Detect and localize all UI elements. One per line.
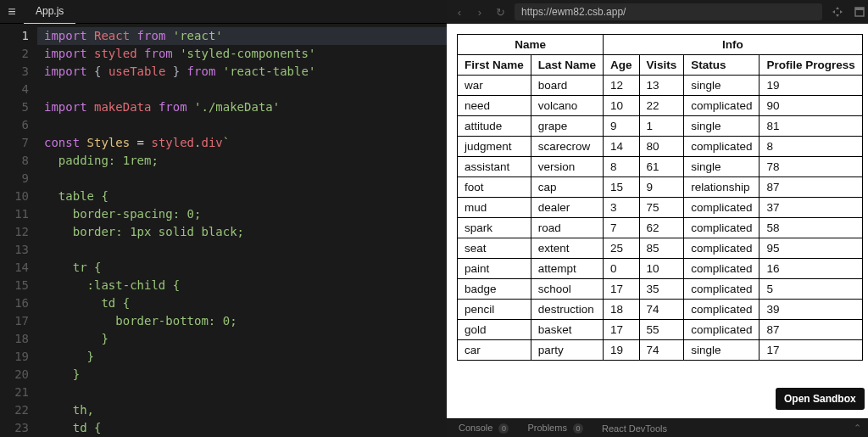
table-row: goldbasket1755complicated87 <box>458 320 863 340</box>
table-cell: single <box>684 340 760 361</box>
hamburger-icon[interactable]: ≡ <box>0 0 24 24</box>
table-cell: judgment <box>458 137 531 157</box>
table-row: badgeschool1735complicated5 <box>458 279 863 300</box>
group-header: Name <box>458 35 604 55</box>
table-cell: single <box>684 76 760 96</box>
table-cell: car <box>458 340 531 361</box>
column-header: Age <box>604 55 640 76</box>
table-cell: volcano <box>531 96 603 116</box>
open-sandbox-label: Open Sandbox <box>784 393 856 405</box>
table-cell: 9 <box>604 116 640 137</box>
table-cell: 74 <box>639 340 684 361</box>
nav-forward-icon[interactable]: › <box>474 6 486 19</box>
table-cell: foot <box>458 177 531 198</box>
column-header: Profile Progress <box>760 55 862 76</box>
reload-icon[interactable]: ↻ <box>494 6 506 19</box>
table-cell: school <box>531 279 603 300</box>
table-row: needvolcano1022complicated90 <box>458 96 863 116</box>
table-cell: 9 <box>639 177 684 198</box>
table-cell: 7 <box>604 218 640 238</box>
url-text: https://ewm82.csb.app/ <box>521 6 626 18</box>
console-count-badge: 0 <box>498 423 509 434</box>
table-row: footcap159relationship87 <box>458 177 863 198</box>
table-row: judgmentscarecrow1480complicated8 <box>458 137 863 157</box>
table-cell: 74 <box>639 300 684 320</box>
table-cell: 17 <box>604 320 640 340</box>
devtab-console[interactable]: Console 0 <box>459 423 509 434</box>
open-sandbox-button[interactable]: Open Sandbox <box>776 388 865 410</box>
table-cell: 15 <box>604 177 640 198</box>
table-cell: 95 <box>760 238 862 259</box>
table-cell: 37 <box>760 198 862 218</box>
table-cell: 8 <box>604 157 640 177</box>
column-header: Status <box>684 55 760 76</box>
table-cell: attempt <box>531 259 603 279</box>
table-row: seatextent2585complicated95 <box>458 238 863 259</box>
table-cell: 25 <box>604 238 640 259</box>
table-cell: road <box>531 218 603 238</box>
table-cell: 16 <box>760 259 862 279</box>
table-cell: 62 <box>639 218 684 238</box>
devtools-tabs: Console 0 Problems 0 React DevTools ⌃ <box>447 418 868 437</box>
table-cell: 90 <box>760 96 862 116</box>
editor-tab[interactable]: App.js <box>24 0 75 24</box>
code-area[interactable]: 1234567891011121314151617181920212223 im… <box>0 24 447 437</box>
table-cell: basket <box>531 320 603 340</box>
table-cell: complicated <box>684 300 760 320</box>
table-cell: complicated <box>684 96 760 116</box>
devtab-problems[interactable]: Problems 0 <box>527 423 583 434</box>
table-cell: seat <box>458 238 531 259</box>
table-cell: spark <box>458 218 531 238</box>
group-header: Info <box>604 35 863 55</box>
preview-page[interactable]: NameInfoFirst NameLast NameAgeVisitsStat… <box>447 24 868 418</box>
table-cell: 3 <box>604 198 640 218</box>
table-cell: grape <box>531 116 603 137</box>
table-cell: 1 <box>639 116 684 137</box>
devtools-collapse-icon[interactable]: ⌃ <box>854 423 861 434</box>
table-cell: cap <box>531 177 603 198</box>
table-cell: 87 <box>760 320 862 340</box>
preview-toolbar: ‹ › ↻ https://ewm82.csb.app/ <box>447 0 868 24</box>
table-cell: 8 <box>760 137 862 157</box>
devtab-problems-label: Problems <box>527 423 566 433</box>
table-cell: version <box>531 157 603 177</box>
column-header: First Name <box>458 55 531 76</box>
table-cell: 81 <box>760 116 862 137</box>
table-row: assistantversion861single78 <box>458 157 863 177</box>
nav-back-icon[interactable]: ‹ <box>453 6 465 19</box>
table-cell: 55 <box>639 320 684 340</box>
editor-tab-label: App.js <box>36 5 64 17</box>
table-cell: 19 <box>760 76 862 96</box>
table-cell: board <box>531 76 603 96</box>
table-cell: war <box>458 76 531 96</box>
table-cell: destruction <box>531 300 603 320</box>
table-cell: 0 <box>604 259 640 279</box>
table-cell: 22 <box>639 96 684 116</box>
table-cell: scarecrow <box>531 137 603 157</box>
table-cell: 17 <box>604 279 640 300</box>
new-window-icon[interactable] <box>853 5 866 19</box>
table-cell: 75 <box>639 198 684 218</box>
data-table: NameInfoFirst NameLast NameAgeVisitsStat… <box>457 34 863 361</box>
table-cell: single <box>684 157 760 177</box>
table-cell: 12 <box>604 76 640 96</box>
column-header: Visits <box>639 55 684 76</box>
table-cell: relationship <box>684 177 760 198</box>
editor-pane: ≡ App.js 1234567891011121314151617181920… <box>0 0 447 437</box>
code-lines: import React from 'react'import styled f… <box>37 24 447 437</box>
table-cell: 14 <box>604 137 640 157</box>
table-row: warboard1213single19 <box>458 76 863 96</box>
table-cell: 10 <box>639 259 684 279</box>
table-cell: gold <box>458 320 531 340</box>
table-cell: 18 <box>604 300 640 320</box>
table-cell: 61 <box>639 157 684 177</box>
table-cell: 58 <box>760 218 862 238</box>
table-cell: 10 <box>604 96 640 116</box>
url-bar[interactable]: https://ewm82.csb.app/ <box>515 3 822 20</box>
devtab-react[interactable]: React DevTools <box>602 423 667 434</box>
editor-tabbar: ≡ App.js <box>0 0 447 24</box>
expand-icon[interactable] <box>831 5 844 19</box>
preview-pane: ‹ › ↻ https://ewm82.csb.app/ NameInfoFir… <box>447 0 868 437</box>
table-cell: 87 <box>760 177 862 198</box>
devtab-console-label: Console <box>459 423 492 433</box>
